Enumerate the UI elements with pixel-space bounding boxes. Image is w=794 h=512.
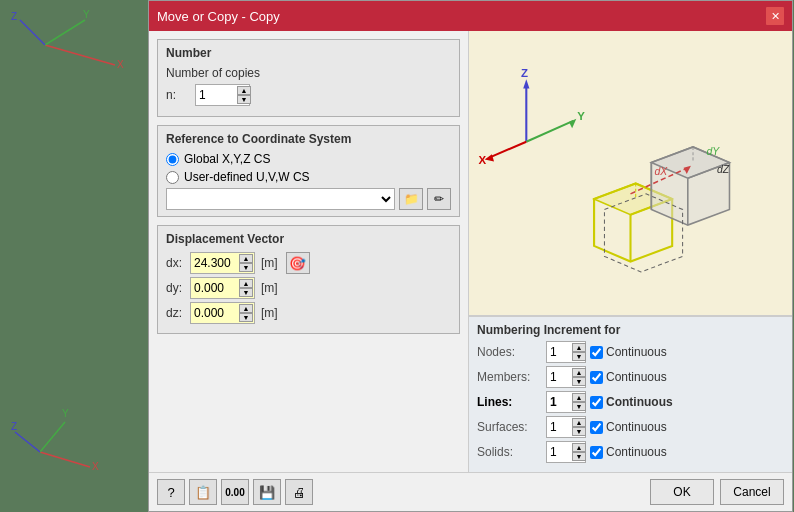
members-up-btn[interactable]: ▲	[572, 368, 586, 377]
svg-text:Z: Z	[11, 421, 17, 432]
svg-line-4	[20, 20, 45, 45]
surfaces-input[interactable]	[550, 420, 572, 434]
dx-pick-btn[interactable]: 🎯	[286, 252, 310, 274]
values-btn[interactable]: 0.00	[221, 479, 249, 505]
solids-label: Solids:	[477, 445, 542, 459]
dz-input[interactable]	[194, 306, 239, 320]
dy-unit: [m]	[261, 281, 278, 295]
dialog-body: Number Number of copies n: ▲ ▼ Reference…	[149, 31, 792, 472]
solids-up-btn[interactable]: ▲	[572, 443, 586, 452]
help-btn[interactable]: ?	[157, 479, 185, 505]
cs-radio-group: Global X,Y,Z CS User-defined U,V,W CS	[166, 152, 451, 184]
dy-up-btn[interactable]: ▲	[239, 279, 253, 288]
dx-up-btn[interactable]: ▲	[239, 254, 253, 263]
dx-input[interactable]	[194, 256, 239, 270]
dx-row: dx: ▲ ▼ [m] 🎯	[166, 252, 451, 274]
nodes-up-btn[interactable]: ▲	[572, 343, 586, 352]
n-spinner: ▲ ▼	[237, 86, 251, 104]
svg-text:dZ: dZ	[717, 164, 730, 175]
svg-text:Y: Y	[62, 408, 69, 419]
user-cs-radio[interactable]	[166, 171, 179, 184]
cs-folder-btn[interactable]: 📁	[399, 188, 423, 210]
solids-down-btn[interactable]: ▼	[572, 452, 586, 461]
svg-line-8	[40, 422, 65, 452]
nodes-down-btn[interactable]: ▼	[572, 352, 586, 361]
solids-continuous-label: Continuous	[606, 445, 667, 459]
print-btn[interactable]: 🖨	[285, 479, 313, 505]
close-button[interactable]: ✕	[766, 7, 784, 25]
surfaces-up-btn[interactable]: ▲	[572, 418, 586, 427]
dx-input-wrapper: ▲ ▼	[190, 252, 255, 274]
dy-row: dy: ▲ ▼ [m]	[166, 277, 451, 299]
dx-unit: [m]	[261, 256, 278, 270]
n-label: n:	[166, 88, 191, 102]
numbering-section: Numbering Increment for Nodes: ▲ ▼ Conti…	[469, 316, 792, 472]
reference-section: Reference to Coordinate System Global X,…	[157, 125, 460, 217]
dz-down-btn[interactable]: ▼	[239, 313, 253, 322]
dz-spinner: ▲ ▼	[239, 304, 253, 322]
save-btn[interactable]: 💾	[253, 479, 281, 505]
cs-dropdown[interactable]	[166, 188, 395, 210]
ok-button[interactable]: OK	[650, 479, 714, 505]
solids-continuous-check[interactable]	[590, 446, 603, 459]
surfaces-down-btn[interactable]: ▼	[572, 427, 586, 436]
surfaces-continuous: Continuous	[590, 420, 667, 434]
nodes-input[interactable]	[550, 345, 572, 359]
dy-input[interactable]	[194, 281, 239, 295]
solids-spinner: ▲ ▼	[572, 443, 586, 461]
cs-selector-row: 📁 ✏	[166, 188, 451, 210]
svg-line-0	[45, 45, 115, 65]
members-down-btn[interactable]: ▼	[572, 377, 586, 386]
lines-input[interactable]	[550, 395, 572, 409]
n-down-btn[interactable]: ▼	[237, 95, 251, 104]
nodes-continuous-check[interactable]	[590, 346, 603, 359]
right-panel: Z Y X	[469, 31, 792, 472]
solids-continuous: Continuous	[590, 445, 667, 459]
user-cs-label: User-defined U,V,W CS	[184, 170, 310, 184]
svg-text:dY: dY	[707, 146, 721, 157]
dz-label: dz:	[166, 306, 186, 320]
clipboard-btn[interactable]: 📋	[189, 479, 217, 505]
dy-down-btn[interactable]: ▼	[239, 288, 253, 297]
members-label: Members:	[477, 370, 542, 384]
surfaces-input-wrapper: ▲ ▼	[546, 416, 586, 438]
nodes-label: Nodes:	[477, 345, 542, 359]
cs-edit-btn[interactable]: ✏	[427, 188, 451, 210]
user-cs-row: User-defined U,V,W CS	[166, 170, 451, 184]
svg-text:Y: Y	[577, 110, 585, 122]
reference-section-title: Reference to Coordinate System	[166, 132, 451, 146]
surfaces-continuous-label: Continuous	[606, 420, 667, 434]
svg-line-10	[15, 432, 40, 452]
lines-continuous: Continuous	[590, 395, 673, 409]
dz-up-btn[interactable]: ▲	[239, 304, 253, 313]
nodes-continuous: Continuous	[590, 345, 667, 359]
n-up-btn[interactable]: ▲	[237, 86, 251, 95]
dialog-titlebar: Move or Copy - Copy ✕	[149, 1, 792, 31]
svg-text:X: X	[117, 59, 124, 70]
svg-text:dX: dX	[654, 166, 668, 177]
members-continuous-check[interactable]	[590, 371, 603, 384]
bottom-toolbar: ? 📋 0.00 💾 🖨 OK Cancel	[149, 472, 792, 511]
global-cs-radio[interactable]	[166, 153, 179, 166]
dx-down-btn[interactable]: ▼	[239, 263, 253, 272]
number-section: Number Number of copies n: ▲ ▼	[157, 39, 460, 117]
lines-continuous-label: Continuous	[606, 395, 673, 409]
solids-input[interactable]	[550, 445, 572, 459]
dz-input-wrapper: ▲ ▼	[190, 302, 255, 324]
surfaces-continuous-check[interactable]	[590, 421, 603, 434]
lines-continuous-check[interactable]	[590, 396, 603, 409]
svg-text:X: X	[478, 154, 486, 166]
lines-row: Lines: ▲ ▼ Continuous	[477, 391, 784, 413]
lines-input-wrapper: ▲ ▼	[546, 391, 586, 413]
displacement-title: Displacement Vector	[166, 232, 451, 246]
members-input[interactable]	[550, 370, 572, 384]
members-continuous: Continuous	[590, 370, 667, 384]
cancel-button[interactable]: Cancel	[720, 479, 784, 505]
nodes-row: Nodes: ▲ ▼ Continuous	[477, 341, 784, 363]
svg-line-2	[45, 20, 85, 45]
lines-up-btn[interactable]: ▲	[572, 393, 586, 402]
toolbar-right: OK Cancel	[650, 479, 784, 505]
main-dialog: Move or Copy - Copy ✕ Number Number of c…	[148, 0, 793, 512]
n-input[interactable]	[199, 88, 237, 102]
lines-down-btn[interactable]: ▼	[572, 402, 586, 411]
